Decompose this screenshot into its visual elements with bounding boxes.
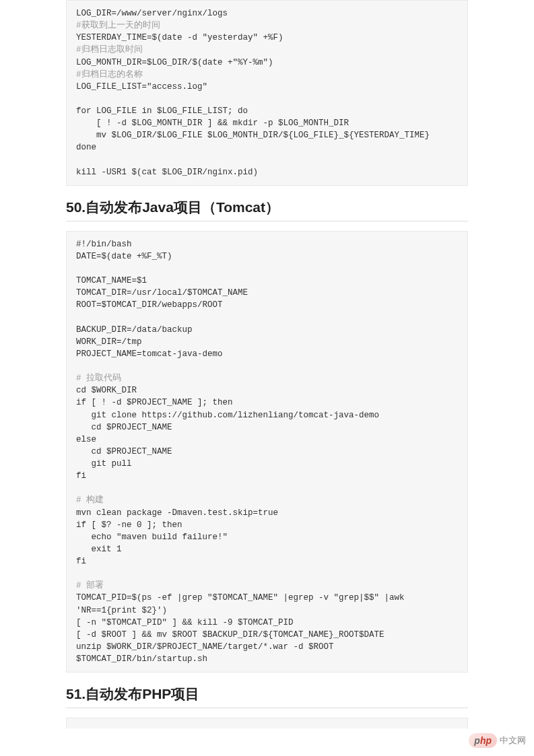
code-content: LOG_DIR=/www/server/nginx/logs #获取到上一天的时… [76,7,458,178]
code-block-tomcat-deploy: #!/bin/bash DATE=$(date +%F_%T) TOMCAT_N… [66,231,468,673]
code-content: #!/bin/bash DATE=$(date +%F_%T) TOMCAT_N… [76,238,458,665]
code-block-php-deploy [66,718,468,728]
section-heading-50: 50.自动发布Java项目（Tomcat） [66,198,468,221]
code-block-nginx-log: LOG_DIR=/www/server/nginx/logs #获取到上一天的时… [66,0,468,186]
section-heading-51: 51.自动发布PHP项目 [66,685,468,708]
